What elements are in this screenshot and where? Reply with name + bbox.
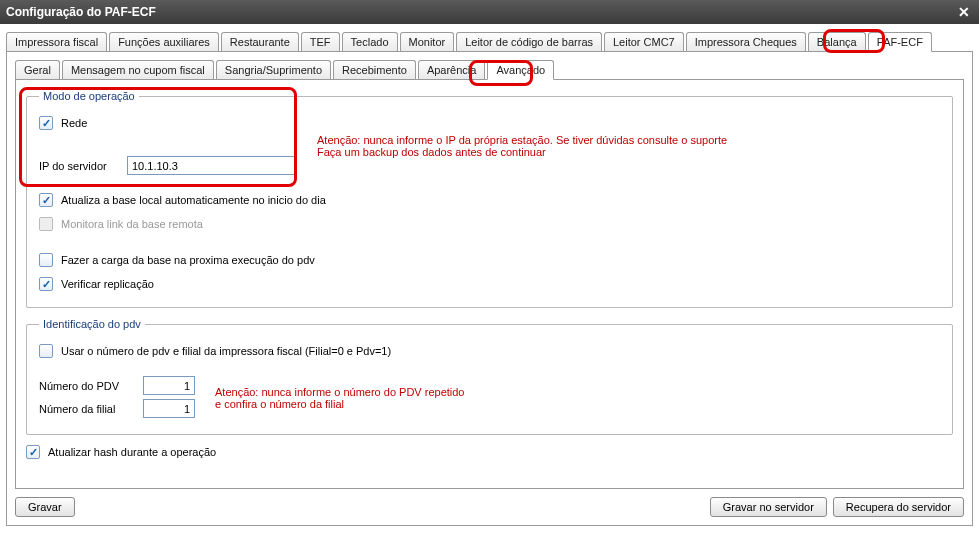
warning-ip-line1: Atenção: nunca informe o IP da própria e…: [317, 134, 727, 146]
main-tab-restaurante[interactable]: Restaurante: [221, 32, 299, 51]
legend-modo: Modo de operação: [39, 90, 139, 102]
checkbox-monitora-link: [39, 217, 53, 231]
window-title: Configuração do PAF-ECF: [6, 5, 156, 19]
main-tab-fun-es-auxiliares[interactable]: Funções auxiliares: [109, 32, 219, 51]
close-icon[interactable]: ✕: [955, 4, 973, 20]
checkbox-atualiza-base[interactable]: [39, 193, 53, 207]
sub-tab-mensagem-no-cupom-fiscal[interactable]: Mensagem no cupom fiscal: [62, 60, 214, 79]
window-titlebar: Configuração do PAF-ECF ✕: [0, 0, 979, 24]
main-tab-teclado[interactable]: Teclado: [342, 32, 398, 51]
sub-tab-sangria-suprimento[interactable]: Sangria/Suprimento: [216, 60, 331, 79]
label-verificar-replicacao: Verificar replicação: [61, 278, 154, 290]
sub-tabs: GeralMensagem no cupom fiscalSangria/Sup…: [15, 60, 964, 79]
main-tabs: Impressora fiscalFunções auxiliaresResta…: [6, 32, 973, 51]
checkbox-rede[interactable]: [39, 116, 53, 130]
label-numero-pdv: Número do PDV: [39, 380, 135, 392]
checkbox-atualizar-hash[interactable]: [26, 445, 40, 459]
warning-pdv-line1: Atenção: nunca informe o número do PDV r…: [215, 386, 464, 398]
main-tab-impressora-fiscal[interactable]: Impressora fiscal: [6, 32, 107, 51]
sub-tab-apar-ncia[interactable]: Aparência: [418, 60, 486, 79]
warning-ip-line2: Faça um backup dos dados antes de contin…: [317, 146, 727, 158]
sub-tab-avan-ado[interactable]: Avançado: [487, 60, 554, 80]
sub-tab-panel: Modo de operação Rede IP do servidor: [15, 79, 964, 489]
input-numero-pdv[interactable]: [143, 376, 195, 395]
recupera-servidor-button[interactable]: Recupera do servidor: [833, 497, 964, 517]
main-tab-leitor-de-c-digo-de-barras[interactable]: Leitor de código de barras: [456, 32, 602, 51]
checkbox-verificar-replicacao[interactable]: [39, 277, 53, 291]
footer-buttons: Gravar Gravar no servidor Recupera do se…: [15, 497, 964, 517]
main-tab-tef[interactable]: TEF: [301, 32, 340, 51]
gravar-button[interactable]: Gravar: [15, 497, 75, 517]
sub-tab-recebimento[interactable]: Recebimento: [333, 60, 416, 79]
sub-tab-geral[interactable]: Geral: [15, 60, 60, 79]
label-rede: Rede: [61, 117, 87, 129]
checkbox-carga-base[interactable]: [39, 253, 53, 267]
label-monitora-link: Monitora link da base remota: [61, 218, 203, 230]
main-tab-panel: GeralMensagem no cupom fiscalSangria/Sup…: [6, 51, 973, 526]
legend-ident: Identificação do pdv: [39, 318, 145, 330]
main-tab-monitor[interactable]: Monitor: [400, 32, 455, 51]
warning-pdv-line2: e confira o número da filial: [215, 398, 464, 410]
main-tab-leitor-cmc7[interactable]: Leitor CMC7: [604, 32, 684, 51]
label-usar-numero-pdv: Usar o número de pdv e filial da impress…: [61, 345, 391, 357]
fieldset-identificacao-pdv: Identificação do pdv Usar o número de pd…: [26, 318, 953, 435]
label-atualiza-base: Atualiza a base local automaticamente no…: [61, 194, 326, 206]
label-ip-servidor: IP do servidor: [39, 160, 119, 172]
fieldset-modo-operacao: Modo de operação Rede IP do servidor: [26, 90, 953, 308]
label-numero-filial: Número da filial: [39, 403, 135, 415]
main-tab-impressora-cheques[interactable]: Impressora Cheques: [686, 32, 806, 51]
main-tab-paf-ecf[interactable]: PAF-ECF: [868, 32, 932, 52]
checkbox-usar-numero-pdv[interactable]: [39, 344, 53, 358]
label-carga-base: Fazer a carga da base na proxima execuçã…: [61, 254, 315, 266]
input-ip-servidor[interactable]: [127, 156, 297, 175]
main-tab-balan-a[interactable]: Balança: [808, 32, 866, 51]
label-atualizar-hash: Atualizar hash durante a operação: [48, 446, 216, 458]
gravar-servidor-button[interactable]: Gravar no servidor: [710, 497, 827, 517]
input-numero-filial[interactable]: [143, 399, 195, 418]
